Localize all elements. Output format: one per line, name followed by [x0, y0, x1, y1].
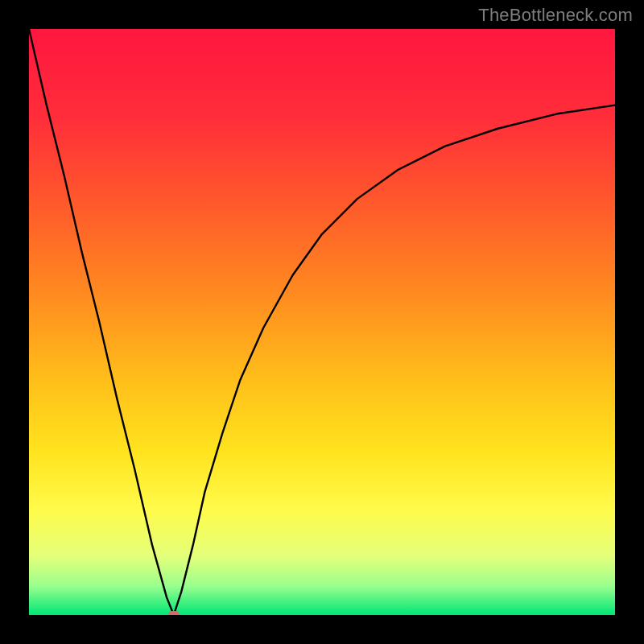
minimum-marker	[168, 611, 180, 615]
plot-area	[29, 29, 615, 615]
bottleneck-curve	[29, 29, 615, 615]
chart-frame: TheBottleneck.com	[0, 0, 644, 644]
watermark-text: TheBottleneck.com	[478, 5, 633, 26]
